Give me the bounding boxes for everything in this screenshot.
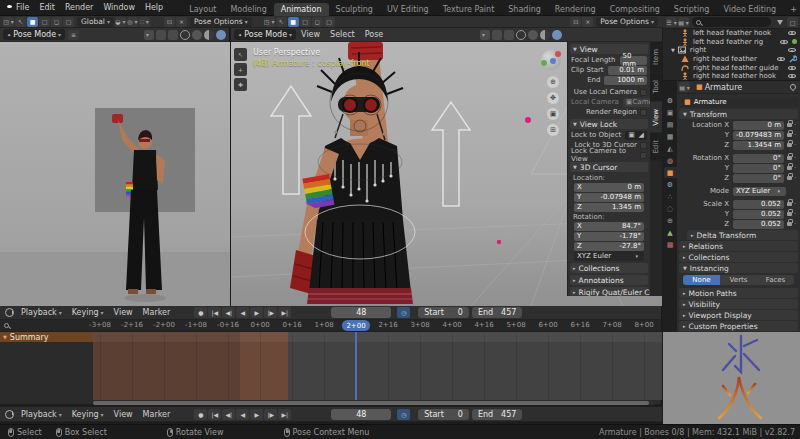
rotation-z-field[interactable]: 0° [733,174,784,183]
jump-to-end-icon[interactable]: ▶| [278,307,291,318]
center-viewport-mode-dropdown[interactable]: ✦Pose Mode [234,29,296,40]
menu-edit[interactable]: Edit [34,3,60,12]
workspace-tab-uv-editing[interactable]: UV Editing [380,3,436,16]
n-panel-tab-view[interactable]: View [650,102,662,133]
clip-end-field[interactable]: 1000 m [604,76,647,85]
next-keyframe-icon[interactable]: |▶ [264,409,277,420]
3d-cursor-panel-header[interactable]: ▼3D Cursor [570,162,648,172]
select-mode-lasso-icon-center[interactable]: ▢ [324,17,335,27]
tab-physics[interactable]: ◌ [664,203,677,214]
clear-icon-left[interactable]: × [176,17,187,27]
menu-render[interactable]: Render [60,3,98,12]
relations-panel-header[interactable]: ▸Relations [679,241,798,251]
location-z-field[interactable]: 1.3454 m [733,141,784,150]
end-frame-field-2[interactable]: End457 [472,409,522,420]
pose-menu[interactable]: Pose [360,30,389,39]
view-lock-panel-header[interactable]: ▼View Lock [570,119,648,129]
eyedropper-icon[interactable]: ◢ [639,131,644,139]
select-mode-circle-icon-center[interactable]: ◻ [312,17,323,27]
playback-menu-2[interactable]: Playback [16,410,67,419]
cursor-rotation-y-field[interactable]: Y-1.78° [574,232,644,241]
editor-type-icon[interactable]: ◳ [3,17,14,27]
transform-pivot-icon-center[interactable]: ⊡ [570,17,581,27]
select-mode-tweak-icon-center[interactable]: ■ [288,17,299,27]
lock-icon[interactable] [787,202,792,206]
workspace-tab-sculpting[interactable]: Sculpting [329,3,380,16]
viewport-display-panel-header[interactable]: ▸Viewport Display [679,310,798,320]
workspace-tab-shading[interactable]: Shading [501,3,548,16]
gizmo-dropdown-icon[interactable] [480,30,490,40]
timeline2-editor-type-icon[interactable] [5,410,14,419]
current-frame-pill[interactable]: 2+00 [342,320,370,331]
local-camera-field[interactable]: ▣Camera× [623,98,650,107]
pin-icon[interactable] [789,83,797,91]
tab-modifiers[interactable]: ⚙ [664,179,677,190]
lock-icon[interactable] [787,176,792,180]
clear-icon-center[interactable]: × [582,17,593,27]
shading-rendered-icon[interactable] [552,30,562,40]
lock-icon[interactable] [787,133,792,137]
motion-paths-panel-header[interactable]: ▸Motion Paths [679,288,798,298]
select-mode-tweak-icon[interactable]: ■ [27,17,38,27]
rotation-y-field[interactable]: 0° [733,164,784,173]
clip-start-field[interactable]: 0.01 m [608,66,647,75]
outliner-row[interactable]: left head feather rig [663,38,800,47]
select-mode-box-icon[interactable]: □ [39,17,50,27]
workspace-tab-rendering[interactable]: Rendering [548,3,603,16]
visibility-eye-icon[interactable] [788,29,796,37]
cursor-rotation-x-field[interactable]: X84.7° [574,222,644,231]
lock-icon[interactable] [787,143,792,147]
start-frame-field[interactable]: Start0 [418,307,469,318]
lock-icon[interactable] [787,212,792,216]
gizmo-z-axis-dot[interactable] [550,58,556,64]
snap-magnet-icon[interactable]: ◒ [115,17,126,27]
timeline-ruler[interactable]: -3+08 -2+16 -2+00 -1+08 -0+16 0+00 0+16 … [0,320,661,332]
tab-object-data[interactable]: ▲ [664,227,677,238]
camera-view-icon[interactable]: ▣ [547,108,559,120]
auto-key-record-icon[interactable]: ● [194,409,207,420]
cursor-rotation-z-field[interactable]: Z-27.8° [574,242,644,251]
collections-panel-header[interactable]: ▸Collections [679,252,798,262]
pose-options-dropdown-left[interactable]: Pose Options [190,17,252,27]
outliner-display-mode-icon[interactable]: ▤ [678,17,689,27]
delta-transform-panel-header[interactable]: ▸Delta Transform [687,230,798,240]
lock-camera-to-view-checkbox[interactable] [640,152,647,159]
keying-menu[interactable]: Keying [67,308,109,317]
navigation-gizmo[interactable] [541,50,561,70]
gizmo-y-axis-dot[interactable] [541,60,547,66]
n-panel-tab-tool[interactable]: Tool [650,73,662,101]
ortho-toggle-icon[interactable]: ⊞ [547,124,559,136]
xray-icon[interactable] [504,30,514,40]
filter-icon[interactable] [777,20,783,25]
tab-tool[interactable]: ⚙ [664,95,677,106]
active-tool-icon[interactable]: ↖ [15,17,26,27]
play-icon[interactable]: ▶ [250,307,263,318]
add-workspace-button[interactable]: + [783,3,800,16]
shading-rendered-icon[interactable] [216,30,226,40]
overlays-icon[interactable] [156,30,166,40]
instancing-faces-button[interactable]: Faces [757,275,794,285]
jump-to-start-icon[interactable]: |◀ [208,409,221,420]
keying-menu-2[interactable]: Keying [67,410,109,419]
timeline-editor-type-icon[interactable] [5,308,14,317]
auto-key-record-icon[interactable]: ● [194,307,207,318]
visibility-eye-icon[interactable] [788,64,796,72]
play-reverse-icon[interactable]: ◀ [236,409,249,420]
menu-file[interactable]: File [11,3,34,12]
menu-help[interactable]: Help [140,3,168,12]
properties-editor-type-icon[interactable]: ▤ [679,82,690,92]
jump-to-end-icon[interactable]: ▶| [278,409,291,420]
tab-render[interactable]: ▣ [664,107,677,118]
expand-arrow-icon[interactable]: ▼ [671,47,675,53]
render-region-checkbox[interactable] [640,109,647,116]
transform-orientation-dropdown[interactable]: Global [77,17,114,27]
preview-range-icon-2[interactable]: ◷ [397,409,410,420]
outliner-row[interactable]: right head feather [663,55,800,64]
visibility-eye-icon[interactable] [788,46,796,54]
proportional-edit-icon[interactable]: ◎ [127,17,138,27]
shading-solid-icon[interactable] [528,30,538,40]
menu-window[interactable]: Window [98,3,140,12]
scale-y-field[interactable]: 0.052 [733,210,784,219]
annotations-panel-header[interactable]: ▸Annotations [570,275,648,285]
tab-output[interactable]: ▤ [664,119,677,130]
